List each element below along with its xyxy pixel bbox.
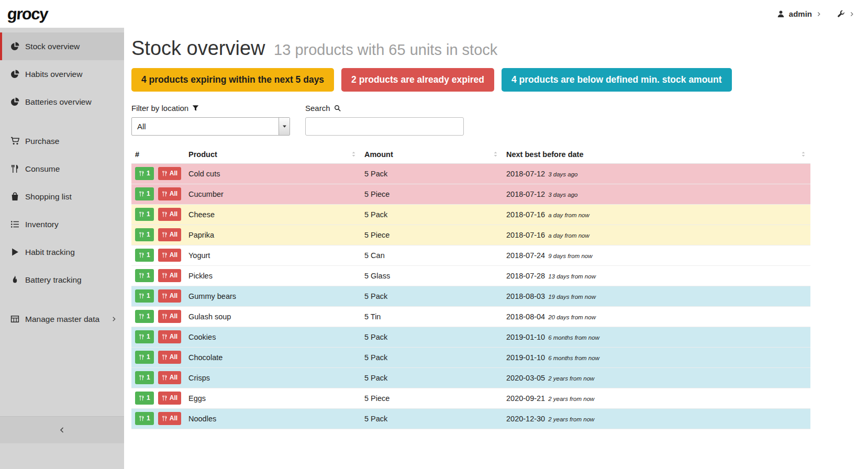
sidebar-bottom-pad (0, 443, 124, 469)
product-amount: 5 Pack (361, 163, 503, 184)
sidebar-collapse-button[interactable] (0, 416, 124, 443)
sidebar-item-habit-tracking[interactable]: Habit tracking (0, 238, 124, 266)
sidebar-item-battery-tracking[interactable]: Battery tracking (0, 266, 124, 294)
best-before-date: 2019-01-10 (506, 353, 545, 362)
consume-one-button[interactable]: 1 (135, 392, 154, 404)
select-dropdown-button[interactable] (279, 118, 290, 135)
best-before-date: 2020-09-21 (506, 394, 545, 403)
alert-badge[interactable]: 4 products expiring within the next 5 da… (131, 68, 334, 92)
best-before-cell: 2018-07-16a day from now (503, 204, 810, 225)
grocy-logo[interactable]: grocy (7, 5, 48, 24)
best-before-date: 2018-07-12 (506, 170, 545, 178)
table-row: 1 All Yogurt 5 Can 2018-07-249 days from… (131, 245, 810, 265)
best-before-cell: 2020-09-212 years from now (503, 388, 810, 408)
column-header-amount[interactable]: Amount (361, 147, 503, 164)
product-amount: 5 Piece (361, 184, 503, 204)
utensils-icon (139, 314, 144, 319)
chevron-right-icon (816, 12, 821, 17)
consume-one-button[interactable]: 1 (135, 289, 154, 302)
sidebar-item-label: Habit tracking (25, 248, 75, 257)
utensils-icon (139, 171, 144, 176)
settings-menu[interactable] (837, 10, 854, 18)
best-before-relative: 19 days from now (548, 294, 596, 300)
consume-one-button[interactable]: 1 (135, 269, 154, 282)
consume-all-button[interactable]: All (158, 351, 181, 363)
best-before-date: 2018-07-24 (506, 251, 545, 260)
utensils-icon (139, 293, 144, 299)
utensils-icon (162, 395, 168, 401)
table-row: 1 All Eggs 5 Piece 2020-09-212 years fro… (131, 388, 810, 408)
utensils-icon (10, 164, 19, 173)
user-menu[interactable]: admin (777, 9, 821, 18)
utensils-icon (162, 252, 168, 258)
sidebar-item-habits-overview[interactable]: Habits overview (0, 60, 124, 88)
best-before-cell: 2019-01-106 months from now (503, 327, 810, 347)
utensils-icon (139, 416, 144, 421)
search-input[interactable] (305, 117, 464, 136)
consume-one-button[interactable]: 1 (135, 330, 154, 343)
sort-icon[interactable] (350, 151, 357, 158)
consume-all-button[interactable]: All (158, 228, 181, 241)
consume-one-button[interactable]: 1 (135, 208, 154, 220)
consume-all-button[interactable]: All (158, 310, 181, 322)
sidebar-item-stock-overview[interactable]: Stock overview (0, 32, 124, 60)
consume-all-button[interactable]: All (158, 412, 181, 425)
consume-one-button[interactable]: 1 (135, 167, 154, 180)
best-before-date: 2018-08-04 (506, 312, 545, 321)
pie-chart-icon (10, 70, 19, 79)
alert-badge[interactable]: 4 products are below defined min. stock … (502, 68, 732, 92)
consume-all-button[interactable]: All (158, 187, 181, 200)
consume-all-button[interactable]: All (158, 392, 181, 404)
consume-one-button[interactable]: 1 (135, 371, 154, 384)
sidebar-item-manage-master-data[interactable]: Manage master data (0, 305, 124, 333)
consume-all-button[interactable]: All (158, 289, 181, 302)
utensils-icon (162, 191, 168, 197)
column-header-product[interactable]: Product (185, 147, 361, 164)
consume-one-button[interactable]: 1 (135, 351, 154, 363)
best-before-cell: 2018-07-16a day from now (503, 225, 810, 245)
product-amount: 5 Piece (361, 225, 503, 245)
best-before-date: 2018-07-16 (506, 210, 545, 219)
sidebar-item-batteries-overview[interactable]: Batteries overview (0, 88, 124, 116)
consume-one-button[interactable]: 1 (135, 310, 154, 322)
best-before-relative: 20 days from now (548, 314, 596, 320)
consume-one-button[interactable]: 1 (135, 412, 154, 425)
consume-all-button[interactable]: All (158, 269, 181, 282)
utensils-icon (162, 171, 168, 176)
utensils-icon (139, 252, 144, 258)
consume-all-button[interactable]: All (158, 330, 181, 343)
sort-icon[interactable] (800, 151, 807, 158)
column-header-best-before[interactable]: Next best before date (503, 147, 810, 164)
consume-one-button[interactable]: 1 (135, 249, 154, 261)
table-row: 1 All Cheese 5 Pack 2018-07-16a day from… (131, 204, 810, 225)
consume-all-button[interactable]: All (158, 249, 181, 261)
utensils-icon (162, 334, 168, 340)
utensils-icon (162, 211, 168, 217)
consume-all-button[interactable]: All (158, 208, 181, 220)
sort-icon[interactable] (492, 151, 499, 158)
consume-one-button[interactable]: 1 (135, 228, 154, 241)
consume-all-button[interactable]: All (158, 371, 181, 384)
pie-chart-icon (10, 42, 19, 51)
consume-one-button[interactable]: 1 (135, 187, 154, 200)
product-amount: 5 Glass (361, 265, 503, 286)
utensils-icon (139, 334, 144, 340)
sidebar-item-consume[interactable]: Consume (0, 155, 124, 183)
location-filter-group: Filter by location All (131, 104, 290, 136)
product-amount: 5 Pack (361, 286, 503, 306)
location-filter-select[interactable]: All (131, 117, 290, 136)
best-before-cell: 2020-03-052 years from now (503, 367, 810, 388)
stock-table: # Product Amount Next best before date (131, 147, 810, 429)
table-row: 1 All Cucumber 5 Piece 2018-07-123 days … (131, 184, 810, 204)
table-row: 1 All Paprika 5 Piece 2018-07-16a day fr… (131, 225, 810, 245)
search-label: Search (305, 104, 464, 113)
sidebar-item-purchase[interactable]: Purchase (0, 127, 124, 155)
sidebar-group: PurchaseConsumeShopping listInventoryHab… (0, 127, 124, 294)
product-amount: 5 Pack (361, 367, 503, 388)
consume-all-button[interactable]: All (158, 167, 181, 180)
sidebar-item-inventory[interactable]: Inventory (0, 210, 124, 238)
best-before-relative: 6 months from now (548, 334, 599, 341)
alert-badge[interactable]: 2 products are already expired (341, 68, 494, 92)
table-row: 1 All Gulash soup 5 Tin 2018-08-0420 day… (131, 306, 810, 327)
sidebar-item-shopping-list[interactable]: Shopping list (0, 183, 124, 210)
